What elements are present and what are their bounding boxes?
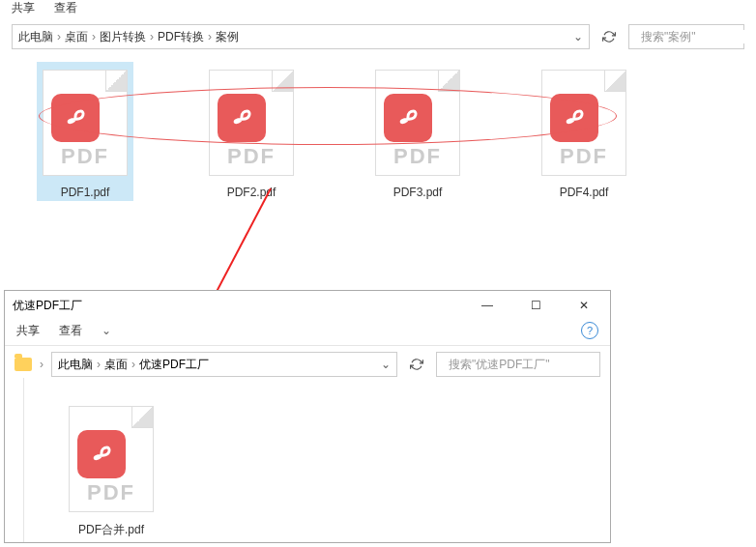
menu-view[interactable]: 查看 bbox=[54, 0, 77, 16]
chevron-right-icon: › bbox=[208, 30, 212, 43]
refresh-button[interactable] bbox=[405, 353, 428, 376]
search-field[interactable] bbox=[449, 358, 594, 371]
file-label: PDF合并.pdf bbox=[73, 520, 150, 540]
minimize-button[interactable]: — bbox=[469, 293, 506, 318]
file-label: PDF4.pdf bbox=[554, 184, 615, 201]
close-button[interactable]: ✕ bbox=[566, 293, 602, 318]
pdf-file-icon: PDF bbox=[69, 406, 154, 512]
pdf-file-icon: PDF bbox=[43, 70, 128, 176]
menu-share[interactable]: 共享 bbox=[16, 323, 40, 339]
chevron-down-icon[interactable]: ⌄ bbox=[381, 358, 391, 371]
file-label: PDF1.pdf bbox=[55, 184, 116, 201]
menu-view[interactable]: 查看 bbox=[59, 323, 82, 339]
crumb-item[interactable]: 优速PDF工厂 bbox=[139, 357, 209, 373]
file-item[interactable]: PDF PDF4.pdf bbox=[536, 62, 632, 201]
window-title: 优速PDF工厂 bbox=[13, 298, 82, 314]
chevron-right-icon: › bbox=[131, 358, 135, 371]
pdf-file-icon: PDF bbox=[375, 70, 460, 176]
window: 优速PDF工厂 — ☐ ✕ 共享 查看 ⌄ ? › 此电脑 › 桌面 › 优速P… bbox=[4, 290, 611, 543]
chevron-right-icon: › bbox=[92, 30, 96, 43]
help-icon[interactable]: ? bbox=[581, 322, 598, 339]
search-field[interactable] bbox=[641, 30, 756, 43]
chevron-down-icon[interactable]: ⌄ bbox=[102, 324, 111, 337]
file-label: PDF2.pdf bbox=[221, 184, 282, 201]
file-label: PDF3.pdf bbox=[388, 184, 449, 201]
search-input[interactable] bbox=[436, 352, 600, 377]
sidebar bbox=[5, 378, 24, 542]
chevron-down-icon[interactable]: ⌄ bbox=[573, 30, 583, 43]
file-item[interactable]: PDF PDF合并.pdf bbox=[63, 398, 160, 540]
file-item[interactable]: PDF PDF3.pdf bbox=[369, 62, 466, 201]
folder-icon bbox=[15, 358, 32, 371]
pdf-file-icon: PDF bbox=[541, 70, 626, 176]
breadcrumb[interactable]: 此电脑 › 桌面 › 优速PDF工厂 ⌄ bbox=[51, 352, 397, 377]
chevron-right-icon: › bbox=[150, 30, 154, 43]
crumb-item[interactable]: 桌面 bbox=[104, 357, 128, 373]
file-item[interactable]: PDF PDF2.pdf bbox=[203, 62, 300, 201]
pdf-file-icon: PDF bbox=[209, 70, 294, 176]
chevron-right-icon: › bbox=[57, 30, 61, 43]
crumb-item[interactable]: 此电脑 bbox=[58, 357, 93, 373]
chevron-right-icon: › bbox=[40, 358, 44, 371]
chevron-right-icon: › bbox=[97, 358, 101, 371]
maximize-button[interactable]: ☐ bbox=[517, 293, 554, 318]
file-item[interactable]: PDF PDF1.pdf bbox=[37, 62, 133, 201]
menu-share[interactable]: 共享 bbox=[12, 0, 35, 16]
